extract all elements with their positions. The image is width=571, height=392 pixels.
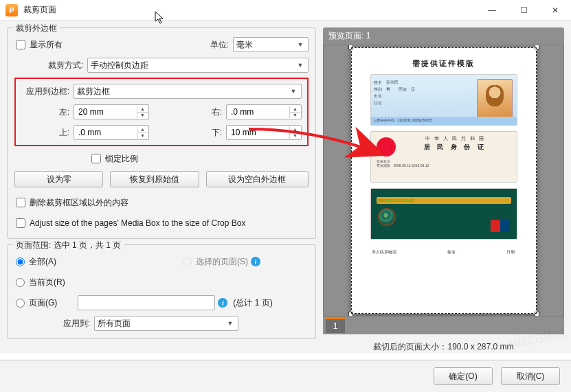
apply-to-box-label: 应用到边框: (21, 86, 69, 97)
preview-panel: 预览页面: 1 需提供证件模版 姓名 苏州民 性别 男 民族 汉 出生 住址 公… (323, 27, 564, 353)
range-selected-radio (183, 257, 192, 266)
id-card-number: 公民身份号码 210203119689230055 (371, 117, 517, 125)
id-card-back: 中 华 人 民 共 和 国 居 民 身 份 证 签发机关 有效期限 2008.0… (370, 131, 517, 183)
adjust-media-checkbox[interactable] (16, 218, 25, 228)
bottom-margin-spinner[interactable]: ▲▼ (226, 125, 302, 140)
adjust-media-label: Adjust size of the pages' Media Box to t… (30, 218, 245, 228)
pages-input[interactable] (78, 295, 215, 310)
delete-outside-checkbox[interactable] (16, 198, 25, 207)
top-margin-input[interactable] (77, 127, 136, 138)
cancel-button[interactable]: 取消(C) (501, 367, 560, 385)
close-button[interactable]: ✕ (539, 0, 571, 21)
info-icon[interactable]: i (251, 257, 260, 266)
cropped-size-info: 裁切后的页面大小：190.0 x 287.0 mm (323, 334, 564, 353)
left-margin-spinner[interactable]: ▲▼ (74, 104, 149, 119)
foot-phone: 本人联系电话: (372, 249, 398, 255)
show-all-label: 显示所有 (30, 39, 63, 51)
delete-outside-label: 删除裁剪框区域以外的内容 (30, 197, 128, 209)
bank-card: 9560890131373015416 (370, 188, 517, 240)
spin-up-icon[interactable]: ▲ (137, 126, 148, 133)
emblem-icon (377, 137, 396, 157)
crop-margins-group: 裁剪外边框 显示所有 单位: 毫米 ▼ 裁剪方式: 手动控制页边距 ▼ (7, 27, 316, 239)
chevron-down-icon: ▼ (287, 84, 300, 98)
range-all-radio[interactable] (16, 257, 25, 266)
preview-canvas[interactable]: 需提供证件模版 姓名 苏州民 性别 男 民族 汉 出生 住址 公民身份号码 21… (323, 45, 564, 316)
preview-header: 预览页面: 1 (323, 27, 564, 45)
range-all-label: 全部(A) (29, 256, 56, 268)
crop-handle[interactable] (348, 312, 353, 316)
right-margin-input[interactable] (229, 106, 289, 117)
apply-to-value: 所有页面 (98, 318, 131, 330)
left-margin-label: 左: (21, 106, 69, 118)
maximize-button[interactable]: ☐ (508, 0, 539, 21)
dialog-button-bar: 确定(O) 取消(C) (0, 360, 571, 392)
show-all-checkbox[interactable] (16, 40, 25, 49)
pages-total-label: (总计 1 页) (233, 297, 272, 309)
coin-icon (378, 208, 396, 226)
doc-footer: 本人联系电话: 签名: 日期: (370, 245, 517, 255)
id-card-front: 姓名 苏州民 性别 男 民族 汉 出生 住址 公民身份号码 2102031196… (370, 74, 517, 126)
top-margin-spinner[interactable]: ▲▼ (74, 125, 149, 140)
crop-handle[interactable] (535, 45, 539, 49)
top-margin-label: 上: (21, 127, 69, 139)
restore-button[interactable]: 恢复到原始值 (110, 171, 199, 187)
spin-down-icon[interactable]: ▼ (137, 133, 148, 139)
spin-up-icon[interactable]: ▲ (289, 106, 300, 113)
lock-ratio-checkbox[interactable] (91, 154, 101, 163)
crop-handle[interactable] (348, 45, 353, 49)
range-selected-label: 选择的页面(S) (196, 256, 248, 268)
preview-page[interactable]: 需提供证件模版 姓名 苏州民 性别 男 民族 汉 出生 住址 公民身份号码 21… (351, 47, 537, 314)
page-number-tab[interactable]: 1 (326, 318, 345, 333)
id-card-photo (477, 79, 513, 121)
spin-down-icon[interactable]: ▼ (137, 113, 148, 119)
crop-mode-combo[interactable]: 手动控制页边距 ▼ (87, 58, 309, 73)
app-logo-icon: P (5, 4, 18, 16)
page-range-group: 页面范围: 选中 1 页，共 1 页 全部(A) 选择的页面(S) i 当前页(… (7, 244, 316, 339)
crop-mode-label: 裁剪方式: (14, 60, 83, 71)
range-current-label: 当前页(R) (29, 277, 65, 288)
title-bar: P 裁剪页面 — ☐ ✕ (0, 0, 571, 21)
right-margin-label: 右: (205, 106, 222, 118)
bottom-margin-label: 下: (205, 127, 222, 139)
range-current-radio[interactable] (16, 278, 25, 287)
apply-to-label: 应用到: (14, 318, 90, 330)
unit-combo[interactable]: 毫米 ▼ (233, 37, 309, 52)
preview-footer: 1 (323, 316, 564, 334)
left-margin-input[interactable] (77, 106, 136, 117)
foot-date: 日期: (506, 249, 516, 255)
bank-card-number: 9560890131373015416 (377, 197, 511, 204)
ok-button[interactable]: 确定(O) (434, 367, 493, 385)
spin-up-icon[interactable]: ▲ (289, 126, 300, 133)
highlighted-region: 应用到边框: 裁剪边框 ▼ 左: ▲▼ 右: (14, 78, 309, 146)
window-title: 裁剪页面 (23, 4, 56, 16)
foot-sign: 签名: (447, 249, 457, 255)
chevron-down-icon: ▼ (224, 316, 236, 330)
id-card-line2: 居 民 身 份 证 (377, 143, 511, 151)
spin-up-icon[interactable]: ▲ (137, 106, 148, 113)
crop-handle[interactable] (535, 312, 539, 316)
lock-ratio-label: 锁定比例 (105, 153, 138, 165)
range-pages-radio[interactable] (16, 299, 25, 308)
apply-to-box-value: 裁剪边框 (77, 86, 110, 97)
bottom-margin-input[interactable] (229, 127, 289, 138)
minimize-button[interactable]: — (476, 0, 508, 21)
id-card-line1: 中 华 人 民 共 和 国 (377, 135, 511, 143)
page-range-legend: 页面范围: 选中 1 页，共 1 页 (13, 240, 124, 251)
chevron-down-icon: ▼ (294, 38, 306, 51)
doc-title: 需提供证件模版 (370, 58, 517, 69)
id-card-detail: 签发机关 有效期限 2008.08.12-2018.08.12 (377, 157, 511, 168)
set-blank-button[interactable]: 设为空白外边框 (206, 171, 309, 187)
apply-to-box-combo[interactable]: 裁剪边框 ▼ (74, 84, 302, 99)
spin-down-icon[interactable]: ▼ (289, 133, 300, 139)
right-margin-spinner[interactable]: ▲▼ (226, 104, 302, 119)
apply-to-combo[interactable]: 所有页面 ▼ (94, 316, 238, 331)
unionpay-icon (491, 220, 510, 232)
range-pages-label: 页面(G) (29, 297, 57, 309)
crop-mode-value: 手动控制页边距 (91, 60, 148, 71)
set-zero-button[interactable]: 设为零 (14, 171, 103, 187)
crop-margins-legend: 裁剪外边框 (13, 23, 60, 34)
chevron-down-icon: ▼ (294, 58, 306, 72)
info-icon[interactable]: i (218, 298, 227, 308)
unit-label: 单位: (201, 39, 229, 51)
spin-down-icon[interactable]: ▼ (289, 113, 300, 119)
